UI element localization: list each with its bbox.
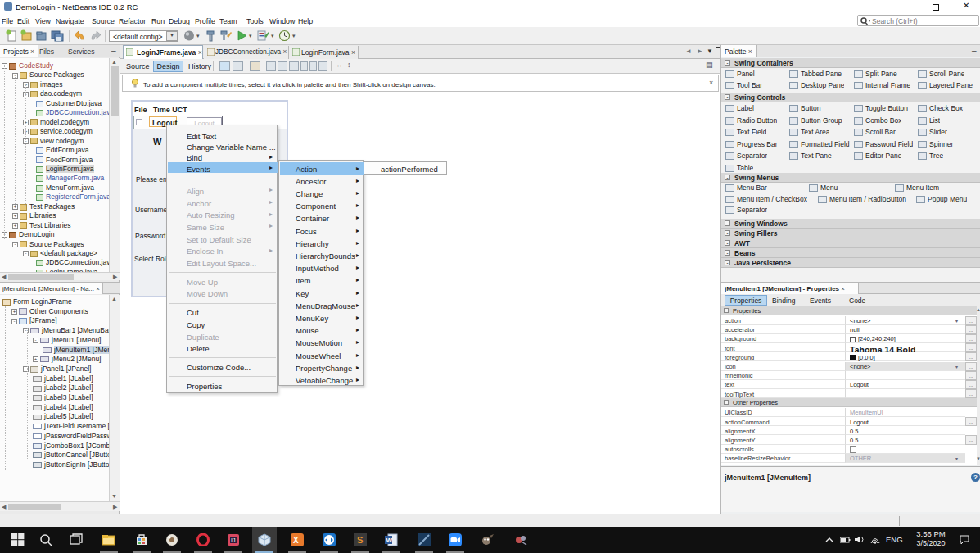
svg-text:S: S <box>357 535 363 545</box>
svg-text:IJ: IJ <box>231 537 235 543</box>
svg-text:X: X <box>293 536 299 545</box>
svg-text:W: W <box>386 537 393 544</box>
